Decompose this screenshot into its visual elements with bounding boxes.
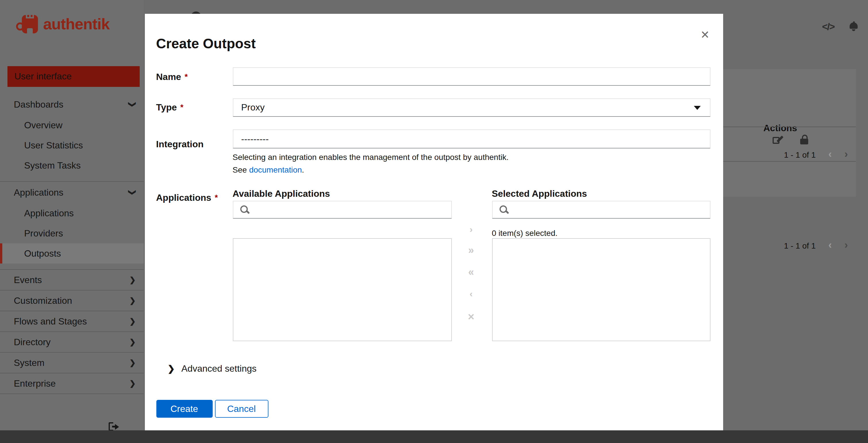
selected-applications-title: Selected Applications [492, 189, 587, 199]
chevron-right-icon: ❯ [129, 359, 136, 366]
type-select-value: Proxy [241, 102, 265, 113]
integration-help-line2: See documentation. [232, 164, 508, 176]
sidebar-item-enterprise[interactable]: Enterprise ❯ [0, 374, 144, 394]
sidebar-item-user-statistics[interactable]: User Statistics [0, 135, 144, 155]
app-root: </> 1 - 1 of 1 ‹ › Actions 1 - 1 of 1 ‹ … [0, 0, 868, 443]
chevron-down-icon: ❯ [129, 101, 136, 108]
lock-icon[interactable] [800, 135, 808, 144]
sidebar-item-events[interactable]: Events ❯ [0, 270, 144, 291]
selected-search-input[interactable] [514, 204, 703, 215]
remove-selected-icon[interactable]: ‹ [462, 289, 480, 299]
sidebar-nav: Dashboards ❯ Overview User Statistics Sy… [0, 94, 144, 394]
available-applications-title: Available Applications [232, 189, 330, 199]
chevron-right-icon: ❯ [129, 380, 136, 387]
add-all-icon[interactable]: » [462, 244, 480, 257]
sidebar-item-applications-group[interactable]: Applications ❯ [0, 182, 144, 203]
available-search [232, 201, 452, 218]
required-asterisk: * [185, 72, 188, 81]
sidebar-item-dashboards[interactable]: Dashboards ❯ [0, 94, 144, 115]
pagination-next-icon[interactable]: › [844, 239, 848, 252]
sidebar-item-providers[interactable]: Providers [0, 223, 144, 243]
name-input[interactable] [232, 67, 710, 86]
authentik-logo-icon [16, 15, 39, 33]
sidebar-item-system-tasks[interactable]: System Tasks [0, 155, 144, 175]
chevron-down-icon: ❯ [129, 189, 136, 196]
sidebar-item-system[interactable]: System ❯ [0, 353, 144, 374]
authentik-logo-text: authentik [43, 15, 110, 33]
pagination-bottom-label: 1 - 1 of 1 [784, 241, 816, 250]
lock-icon-body [800, 139, 808, 144]
modal-title: Create Outpost [156, 36, 256, 52]
bell-clapper [852, 29, 855, 31]
selected-search [492, 201, 710, 218]
sidebar-item-user-interface[interactable]: User interface [7, 66, 140, 87]
chevron-right-icon[interactable]: ❯ [167, 364, 175, 374]
close-icon[interactable]: ✕ [698, 28, 713, 42]
chevron-right-icon: ❯ [129, 338, 136, 346]
add-selected-icon[interactable]: › [462, 225, 480, 235]
clear-selection-icon[interactable]: ✕ [462, 312, 480, 322]
chevron-right-icon: ❯ [129, 276, 136, 284]
pagination-top-label: 1 - 1 of 1 [784, 150, 816, 159]
cancel-button[interactable]: Cancel [215, 400, 268, 418]
create-outpost-modal: Create Outpost ✕ Name* Type* Proxy Integ… [145, 14, 723, 430]
required-asterisk: * [215, 193, 218, 202]
name-label: Name* [156, 72, 231, 82]
required-asterisk: * [180, 102, 183, 112]
chevron-right-icon: ❯ [129, 297, 136, 304]
type-select[interactable]: Proxy [232, 98, 710, 117]
available-applications-listbox[interactable] [232, 238, 452, 341]
actions-column-header: Actions [764, 123, 797, 134]
sidebar-item-overview[interactable]: Overview [0, 115, 144, 135]
sidebar-item-directory[interactable]: Directory ❯ [0, 332, 144, 353]
integration-help-text: Selecting an integration enables the man… [232, 151, 508, 176]
api-code-icon[interactable]: </> [822, 21, 834, 33]
pagination-next-icon[interactable]: › [844, 148, 848, 160]
documentation-link[interactable]: documentation [249, 165, 302, 174]
user-interface-label: User interface [14, 71, 71, 82]
integration-select-value: --------- [241, 134, 269, 144]
sidebar: authentik User interface Dashboards ❯ Ov… [0, 0, 144, 430]
caret-down-icon [693, 106, 701, 110]
selected-applications-listbox[interactable] [492, 238, 710, 341]
applications-label: Applications* [156, 193, 231, 203]
chevron-right-icon: ❯ [129, 318, 136, 325]
integration-select[interactable]: --------- [232, 129, 710, 148]
available-search-input[interactable] [254, 204, 444, 215]
integration-label: Integration [156, 139, 231, 150]
selected-count-status: 0 item(s) selected. [492, 228, 558, 238]
authentik-logo[interactable]: authentik [16, 15, 110, 33]
remove-all-icon[interactable]: « [462, 266, 480, 278]
sidebar-item-applications[interactable]: Applications [0, 203, 144, 223]
bell-body [849, 23, 858, 29]
pagination-prev-icon[interactable]: ‹ [828, 148, 832, 160]
advanced-settings-toggle[interactable]: Advanced settings [181, 364, 257, 374]
sidebar-item-outposts[interactable]: Outposts [0, 243, 144, 264]
edit-icon[interactable] [773, 136, 782, 145]
create-button[interactable]: Create [156, 400, 212, 418]
sidebar-item-customization[interactable]: Customization ❯ [0, 291, 144, 311]
notification-bell-icon[interactable] [849, 21, 858, 31]
search-icon [499, 205, 508, 214]
integration-help-line1: Selecting an integration enables the man… [232, 151, 508, 164]
page-bottom-background [0, 430, 868, 443]
pagination-prev-icon[interactable]: ‹ [828, 239, 832, 252]
type-label: Type* [156, 102, 231, 113]
search-icon [240, 205, 249, 214]
sign-out-icon[interactable] [108, 422, 118, 431]
sidebar-item-flows-and-stages[interactable]: Flows and Stages ❯ [0, 311, 144, 332]
pagination-bottom: 1 - 1 of 1 ‹ › [784, 239, 848, 252]
pagination-top: 1 - 1 of 1 ‹ › [784, 148, 848, 160]
